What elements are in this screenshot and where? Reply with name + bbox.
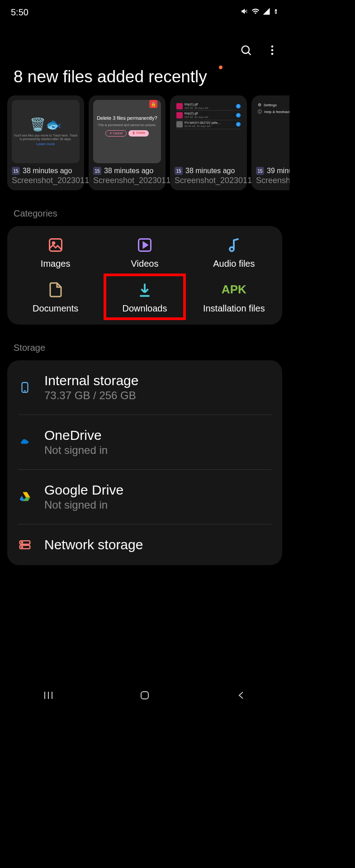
audio-icon xyxy=(226,237,242,253)
category-downloads[interactable]: Downloads xyxy=(101,282,188,314)
home-button[interactable] xyxy=(131,689,158,702)
phone-icon xyxy=(18,381,32,394)
recent-file-card[interactable]: ⚙Settings ⓘHelp & feedback 1539 minut Sc… xyxy=(251,95,289,190)
images-icon xyxy=(47,237,64,253)
storage-sub: Not signed in xyxy=(44,499,271,511)
page-title: 8 new files added recently xyxy=(0,67,289,95)
recent-files-row: 🗑️🐟 You'll see files you move to Trash h… xyxy=(0,95,289,190)
storage-label: Storage xyxy=(0,325,289,360)
category-documents[interactable]: Documents xyxy=(12,282,99,314)
onedrive-icon xyxy=(18,435,32,449)
gdrive-icon xyxy=(18,490,32,504)
storage-sub: Not signed in xyxy=(44,444,271,457)
file-time: 38 minutes ago xyxy=(104,167,153,175)
category-label: Videos xyxy=(131,259,159,269)
storage-title: OneDrive xyxy=(44,428,271,443)
videos-icon xyxy=(137,237,153,253)
category-label: Installation files xyxy=(203,303,265,314)
storage-sub: 73.37 GB / 256 GB xyxy=(44,389,271,402)
file-name: Screenshot_20230111_1712… xyxy=(12,176,80,186)
documents-icon xyxy=(47,282,64,298)
svg-point-8 xyxy=(230,247,234,251)
categories-grid: Images Videos Audio files Documents Down… xyxy=(7,226,282,325)
svg-point-6 xyxy=(52,242,55,244)
app-icon: 15 xyxy=(175,167,183,175)
storage-title: Internal storage xyxy=(44,373,271,388)
title-text: 8 new files added recently xyxy=(14,67,207,86)
svg-line-1 xyxy=(248,52,251,55)
file-time: 38 minutes ago xyxy=(23,167,72,175)
thumbnail: ⚙Settings ⓘHelp & feedback xyxy=(256,100,289,163)
notification-dot-icon xyxy=(219,66,222,69)
mute-icon xyxy=(241,7,249,18)
battery-icon xyxy=(273,7,279,18)
svg-point-14 xyxy=(22,546,23,547)
file-name: Screenshot_20230111_1712… xyxy=(93,176,161,186)
svg-point-13 xyxy=(22,542,23,543)
app-icon: 15 xyxy=(256,167,264,175)
status-time: 5:50 xyxy=(11,7,28,18)
storage-onedrive[interactable]: OneDrive Not signed in xyxy=(18,415,271,470)
category-images[interactable]: Images xyxy=(12,237,99,269)
file-time: 39 minut xyxy=(267,167,289,175)
search-icon[interactable] xyxy=(240,44,252,58)
recent-file-card[interactable]: tmp(1).gif350 kB, 30 days left✓ tmp(2).g… xyxy=(170,95,247,190)
thumbnail: 🔒 Delete 3 files permanently? This is pe… xyxy=(93,100,161,163)
category-label: Documents xyxy=(33,303,78,314)
svg-point-4 xyxy=(271,53,274,55)
svg-point-0 xyxy=(242,46,249,53)
file-time: 38 minutes ago xyxy=(185,167,235,175)
recent-file-card[interactable]: 🗑️🐟 You'll see files you move to Trash h… xyxy=(7,95,84,190)
storage-gdrive[interactable]: Google Drive Not signed in xyxy=(18,470,271,524)
svg-point-3 xyxy=(271,49,274,52)
app-icon: 15 xyxy=(12,167,20,175)
storage-list: Internal storage 73.37 GB / 256 GB OneDr… xyxy=(7,360,282,565)
back-button[interactable] xyxy=(227,689,255,702)
file-name: Screenshot_20230111_17 xyxy=(256,176,289,186)
app-toolbar xyxy=(0,21,289,67)
thumbnail: 🗑️🐟 You'll see files you move to Trash h… xyxy=(12,100,80,163)
category-audio[interactable]: Audio files xyxy=(190,237,278,269)
category-label: Images xyxy=(41,259,71,269)
categories-label: Categories xyxy=(0,190,289,226)
file-name: Screenshot_20230111_1712… xyxy=(175,176,242,186)
wifi-icon xyxy=(251,7,260,18)
network-icon xyxy=(18,538,32,552)
recent-file-card[interactable]: 🔒 Delete 3 files permanently? This is pe… xyxy=(89,95,166,190)
status-icons xyxy=(241,7,279,18)
navigation-bar xyxy=(0,683,289,708)
highlight-annotation xyxy=(104,274,185,320)
category-videos[interactable]: Videos xyxy=(101,237,188,269)
storage-title: Google Drive xyxy=(44,482,271,498)
app-icon: 15 xyxy=(93,167,101,175)
storage-title: Network storage xyxy=(44,537,271,552)
category-installation[interactable]: APK Installation files xyxy=(190,282,278,314)
recents-button[interactable] xyxy=(35,689,62,702)
svg-rect-18 xyxy=(141,692,148,699)
storage-internal[interactable]: Internal storage 73.37 GB / 256 GB xyxy=(18,360,271,415)
more-icon[interactable] xyxy=(266,44,279,58)
svg-point-2 xyxy=(271,46,274,48)
category-label: Audio files xyxy=(213,259,255,269)
svg-rect-5 xyxy=(49,239,62,251)
thumbnail: tmp(1).gif350 kB, 30 days left✓ tmp(2).g… xyxy=(175,100,242,163)
apk-icon: APK xyxy=(226,282,242,298)
signal-icon xyxy=(262,7,270,18)
status-bar: 5:50 xyxy=(0,0,289,21)
storage-network[interactable]: Network storage xyxy=(18,524,271,565)
